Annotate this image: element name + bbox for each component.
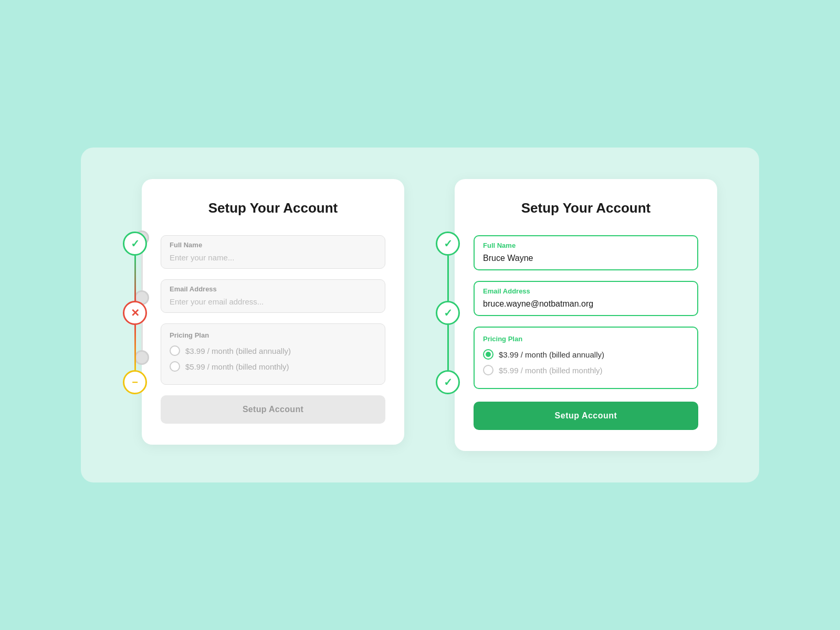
left-fullname-placeholder: Enter your name...: [161, 251, 385, 268]
right-fullname-box[interactable]: Full Name Bruce Wayne: [474, 235, 698, 270]
step2-icon-right: ✓: [436, 301, 460, 325]
left-pricing-option-2-label: $5.99 / month (billed monthly): [185, 362, 289, 371]
left-email-box: Email Address Enter your email address..…: [161, 279, 385, 313]
right-card-title: Setup Your Account: [474, 200, 698, 216]
right-pricing-label: Pricing Plan: [483, 335, 689, 343]
right-fullname-label: Full Name: [475, 236, 697, 251]
right-fullname-value: Bruce Wayne: [475, 251, 697, 269]
left-stepper: ✓ ✕ −: [123, 179, 147, 394]
right-email-label: Email Address: [475, 282, 697, 297]
step-line-2-right: [447, 325, 449, 370]
radio-unselected-right: [483, 365, 494, 375]
left-pricing-box: Pricing Plan $3.99 / month (billed annua…: [161, 323, 385, 385]
step1-icon-right: ✓: [436, 232, 460, 256]
left-pricing-label: Pricing Plan: [170, 331, 376, 339]
right-stepper: ✓ ✓ ✓: [436, 179, 460, 394]
radio-dot-right: [486, 352, 491, 357]
left-email-label: Email Address: [161, 280, 385, 295]
right-pricing-option-2-label: $5.99 / month (billed monthly): [499, 366, 603, 375]
right-pricing-option-1-label: $3.99 / month (billed annually): [499, 350, 604, 359]
left-fullname-label: Full Name: [161, 236, 385, 251]
right-pricing-option-1[interactable]: $3.99 / month (billed annually): [483, 349, 689, 360]
left-pricing-option-1[interactable]: $3.99 / month (billed annually): [170, 345, 376, 356]
right-email-value: bruce.wayne@notbatman.org: [475, 297, 697, 315]
step-line-1-left: [134, 256, 136, 301]
step2-icon-left: ✕: [123, 301, 147, 325]
step-line-1-right: [447, 256, 449, 301]
left-fullname-box: Full Name Enter your name...: [161, 235, 385, 269]
radio-circle-1-left: [170, 345, 180, 356]
left-fullname-group: Full Name Enter your name...: [161, 235, 385, 269]
left-card: Setup Your Account Full Name Enter your …: [142, 179, 404, 445]
right-setup-button[interactable]: Setup Account: [474, 402, 698, 430]
radio-circle-2-left: [170, 361, 180, 372]
left-pricing-option-1-label: $3.99 / month (billed annually): [185, 346, 291, 355]
left-card-wrapper: ✓ ✕ − Setup Your Account Full Name Enter…: [123, 179, 404, 445]
step3-icon-right: ✓: [436, 370, 460, 394]
step3-icon-left: −: [123, 370, 147, 394]
left-email-placeholder: Enter your email address...: [161, 295, 385, 312]
right-card: Setup Your Account Full Name Bruce Wayne…: [455, 179, 717, 451]
radio-selected-right: [483, 349, 494, 360]
step1-icon-left: ✓: [123, 232, 147, 256]
right-email-box[interactable]: Email Address bruce.wayne@notbatman.org: [474, 281, 698, 316]
step-line-2-left: [134, 325, 136, 370]
outer-container: ✓ ✕ − Setup Your Account Full Name Enter…: [81, 148, 759, 482]
left-email-group: Email Address Enter your email address..…: [161, 279, 385, 313]
right-card-wrapper: ✓ ✓ ✓ Setup Your Account Full Name Bruce…: [436, 179, 717, 451]
left-setup-button[interactable]: Setup Account: [161, 395, 385, 424]
left-pricing-option-2[interactable]: $5.99 / month (billed monthly): [170, 361, 376, 372]
left-card-title: Setup Your Account: [161, 200, 385, 216]
right-pricing-box: Pricing Plan $3.99 / month (billed annua…: [474, 327, 698, 389]
right-pricing-option-2[interactable]: $5.99 / month (billed monthly): [483, 365, 689, 375]
